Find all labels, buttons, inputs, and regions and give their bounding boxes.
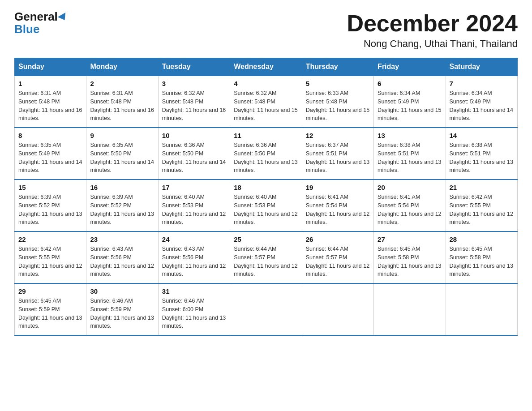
day-number: 5 xyxy=(306,80,370,87)
calendar-day-cell: 22 Sunrise: 6:42 AM Sunset: 5:55 PM Dayl… xyxy=(15,231,86,283)
calendar-day-header: Friday xyxy=(374,58,446,76)
day-number: 21 xyxy=(450,184,514,191)
calendar-day-cell: 5 Sunrise: 6:33 AM Sunset: 5:48 PM Dayli… xyxy=(302,76,373,128)
day-number: 18 xyxy=(234,184,298,191)
day-number: 11 xyxy=(234,132,298,139)
day-number: 16 xyxy=(90,184,154,191)
calendar-week-row: 29 Sunrise: 6:45 AM Sunset: 5:59 PM Dayl… xyxy=(15,283,518,335)
day-info: Sunrise: 6:31 AM Sunset: 5:48 PM Dayligh… xyxy=(18,89,82,123)
calendar-day-header: Thursday xyxy=(302,58,373,76)
calendar-day-cell: 19 Sunrise: 6:41 AM Sunset: 5:54 PM Dayl… xyxy=(302,180,373,231)
day-number: 17 xyxy=(162,184,226,191)
day-number: 27 xyxy=(378,235,442,243)
day-info: Sunrise: 6:32 AM Sunset: 5:48 PM Dayligh… xyxy=(162,89,226,123)
day-info: Sunrise: 6:39 AM Sunset: 5:52 PM Dayligh… xyxy=(90,193,154,227)
logo: General Blue xyxy=(14,11,68,35)
day-info: Sunrise: 6:41 AM Sunset: 5:54 PM Dayligh… xyxy=(378,193,442,227)
calendar-day-header: Saturday xyxy=(446,58,517,76)
calendar-day-cell: 17 Sunrise: 6:40 AM Sunset: 5:53 PM Dayl… xyxy=(158,180,230,231)
day-number: 10 xyxy=(162,132,226,139)
logo-blue: Blue xyxy=(14,23,39,35)
calendar-day-cell: 20 Sunrise: 6:41 AM Sunset: 5:54 PM Dayl… xyxy=(374,180,446,231)
day-info: Sunrise: 6:38 AM Sunset: 5:51 PM Dayligh… xyxy=(378,141,442,175)
day-number: 12 xyxy=(306,132,370,139)
calendar-day-cell: 8 Sunrise: 6:35 AM Sunset: 5:49 PM Dayli… xyxy=(15,128,86,180)
day-info: Sunrise: 6:42 AM Sunset: 5:55 PM Dayligh… xyxy=(450,193,514,227)
month-title: December 2024 xyxy=(347,11,518,36)
day-number: 7 xyxy=(450,80,514,87)
calendar-day-cell: 27 Sunrise: 6:45 AM Sunset: 5:58 PM Dayl… xyxy=(374,231,446,283)
calendar-day-cell: 10 Sunrise: 6:36 AM Sunset: 5:50 PM Dayl… xyxy=(158,128,230,180)
day-info: Sunrise: 6:32 AM Sunset: 5:48 PM Dayligh… xyxy=(234,89,298,123)
day-info: Sunrise: 6:35 AM Sunset: 5:49 PM Dayligh… xyxy=(18,141,82,175)
day-number: 22 xyxy=(18,235,82,243)
day-number: 1 xyxy=(18,80,82,87)
day-info: Sunrise: 6:44 AM Sunset: 5:57 PM Dayligh… xyxy=(306,245,370,278)
day-info: Sunrise: 6:31 AM Sunset: 5:48 PM Dayligh… xyxy=(90,89,154,123)
day-number: 19 xyxy=(306,184,370,191)
calendar-week-row: 8 Sunrise: 6:35 AM Sunset: 5:49 PM Dayli… xyxy=(15,128,518,180)
day-info: Sunrise: 6:40 AM Sunset: 5:53 PM Dayligh… xyxy=(234,193,298,227)
calendar-week-row: 22 Sunrise: 6:42 AM Sunset: 5:55 PM Dayl… xyxy=(15,231,518,283)
day-number: 20 xyxy=(378,184,442,191)
day-number: 3 xyxy=(162,80,226,87)
calendar-header-row: SundayMondayTuesdayWednesdayThursdayFrid… xyxy=(15,58,518,76)
calendar-table: SundayMondayTuesdayWednesdayThursdayFrid… xyxy=(14,58,518,336)
calendar-day-cell: 7 Sunrise: 6:34 AM Sunset: 5:49 PM Dayli… xyxy=(446,76,517,128)
day-info: Sunrise: 6:42 AM Sunset: 5:55 PM Dayligh… xyxy=(18,245,82,278)
calendar-day-cell: 18 Sunrise: 6:40 AM Sunset: 5:53 PM Dayl… xyxy=(230,180,302,231)
day-number: 9 xyxy=(90,132,154,139)
day-number: 28 xyxy=(450,235,514,243)
calendar-day-cell: 28 Sunrise: 6:45 AM Sunset: 5:58 PM Dayl… xyxy=(446,231,517,283)
day-info: Sunrise: 6:34 AM Sunset: 5:49 PM Dayligh… xyxy=(450,89,514,123)
calendar-day-cell xyxy=(230,283,302,335)
calendar-day-cell: 25 Sunrise: 6:44 AM Sunset: 5:57 PM Dayl… xyxy=(230,231,302,283)
calendar-day-header: Tuesday xyxy=(158,58,230,76)
calendar-day-cell: 30 Sunrise: 6:46 AM Sunset: 5:59 PM Dayl… xyxy=(86,283,158,335)
title-section: December 2024 Nong Chang, Uthai Thani, T… xyxy=(347,11,518,50)
day-number: 6 xyxy=(378,80,442,87)
calendar-day-cell: 16 Sunrise: 6:39 AM Sunset: 5:52 PM Dayl… xyxy=(86,180,158,231)
calendar-week-row: 15 Sunrise: 6:39 AM Sunset: 5:52 PM Dayl… xyxy=(15,180,518,231)
day-info: Sunrise: 6:43 AM Sunset: 5:56 PM Dayligh… xyxy=(162,245,226,278)
day-number: 15 xyxy=(18,184,82,191)
day-info: Sunrise: 6:34 AM Sunset: 5:49 PM Dayligh… xyxy=(378,89,442,123)
page-header: General Blue December 2024 Nong Chang, U… xyxy=(0,0,532,53)
day-info: Sunrise: 6:38 AM Sunset: 5:51 PM Dayligh… xyxy=(450,141,514,175)
day-info: Sunrise: 6:37 AM Sunset: 5:51 PM Dayligh… xyxy=(306,141,370,175)
day-number: 8 xyxy=(18,132,82,139)
calendar-day-cell: 3 Sunrise: 6:32 AM Sunset: 5:48 PM Dayli… xyxy=(158,76,230,128)
calendar-day-cell: 4 Sunrise: 6:32 AM Sunset: 5:48 PM Dayli… xyxy=(230,76,302,128)
day-info: Sunrise: 6:36 AM Sunset: 5:50 PM Dayligh… xyxy=(234,141,298,175)
calendar-day-cell: 9 Sunrise: 6:35 AM Sunset: 5:50 PM Dayli… xyxy=(86,128,158,180)
day-number: 25 xyxy=(234,235,298,243)
calendar-day-cell: 1 Sunrise: 6:31 AM Sunset: 5:48 PM Dayli… xyxy=(15,76,86,128)
logo-arrow-icon xyxy=(58,13,69,22)
day-number: 13 xyxy=(378,132,442,139)
calendar-day-cell: 29 Sunrise: 6:45 AM Sunset: 5:59 PM Dayl… xyxy=(15,283,86,335)
calendar-day-cell: 15 Sunrise: 6:39 AM Sunset: 5:52 PM Dayl… xyxy=(15,180,86,231)
calendar-week-row: 1 Sunrise: 6:31 AM Sunset: 5:48 PM Dayli… xyxy=(15,76,518,128)
calendar-day-header: Wednesday xyxy=(230,58,302,76)
day-info: Sunrise: 6:46 AM Sunset: 5:59 PM Dayligh… xyxy=(90,297,154,330)
day-info: Sunrise: 6:45 AM Sunset: 5:59 PM Dayligh… xyxy=(18,297,82,330)
day-info: Sunrise: 6:46 AM Sunset: 6:00 PM Dayligh… xyxy=(162,297,226,330)
location-title: Nong Chang, Uthai Thani, Thailand xyxy=(347,38,518,50)
calendar-day-cell: 12 Sunrise: 6:37 AM Sunset: 5:51 PM Dayl… xyxy=(302,128,373,180)
day-info: Sunrise: 6:43 AM Sunset: 5:56 PM Dayligh… xyxy=(90,245,154,278)
day-info: Sunrise: 6:39 AM Sunset: 5:52 PM Dayligh… xyxy=(18,193,82,227)
calendar-day-cell: 21 Sunrise: 6:42 AM Sunset: 5:55 PM Dayl… xyxy=(446,180,517,231)
day-number: 23 xyxy=(90,235,154,243)
day-number: 24 xyxy=(162,235,226,243)
calendar-day-cell: 26 Sunrise: 6:44 AM Sunset: 5:57 PM Dayl… xyxy=(302,231,373,283)
day-number: 2 xyxy=(90,80,154,87)
day-number: 26 xyxy=(306,235,370,243)
calendar-day-cell xyxy=(302,283,373,335)
day-number: 4 xyxy=(234,80,298,87)
day-info: Sunrise: 6:44 AM Sunset: 5:57 PM Dayligh… xyxy=(234,245,298,278)
calendar-day-cell: 14 Sunrise: 6:38 AM Sunset: 5:51 PM Dayl… xyxy=(446,128,517,180)
calendar-day-cell: 2 Sunrise: 6:31 AM Sunset: 5:48 PM Dayli… xyxy=(86,76,158,128)
day-info: Sunrise: 6:36 AM Sunset: 5:50 PM Dayligh… xyxy=(162,141,226,175)
calendar-day-cell: 13 Sunrise: 6:38 AM Sunset: 5:51 PM Dayl… xyxy=(374,128,446,180)
calendar-day-cell: 11 Sunrise: 6:36 AM Sunset: 5:50 PM Dayl… xyxy=(230,128,302,180)
